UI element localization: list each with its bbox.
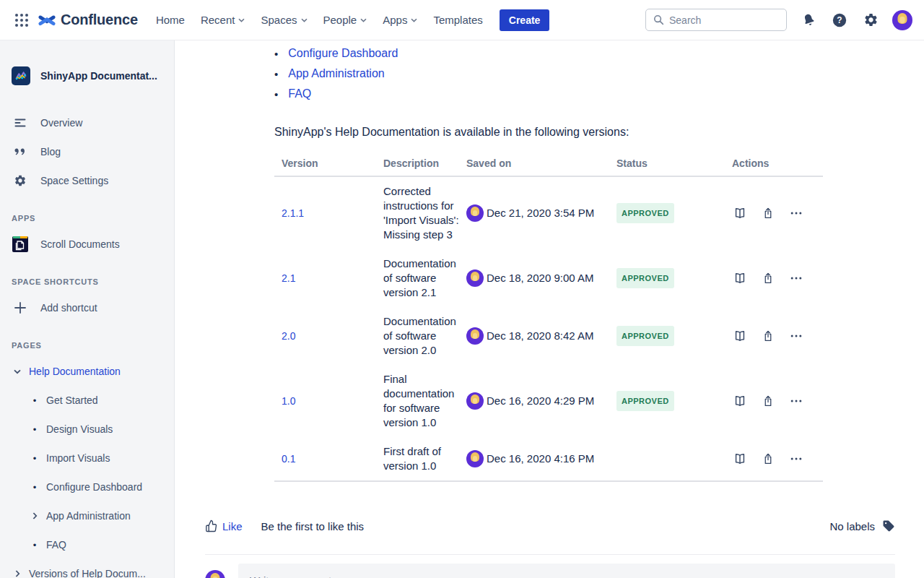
table-row: 2.0 Documentation of software version 2.… — [274, 307, 823, 365]
more-actions-icon[interactable] — [788, 205, 804, 221]
column-header-version: Version — [274, 153, 383, 176]
bullet-icon: • — [29, 540, 40, 551]
like-hint-text: Be the first to like this — [261, 520, 365, 532]
thumbs-up-icon — [205, 519, 218, 532]
chevron-down-icon[interactable] — [12, 369, 23, 374]
chevron-down-icon — [238, 18, 245, 22]
read-book-icon[interactable] — [732, 451, 748, 467]
read-book-icon[interactable] — [732, 393, 748, 409]
read-book-icon[interactable] — [732, 205, 748, 221]
link-configure-dashboard[interactable]: Configure Dashboard — [288, 47, 398, 60]
bullet-icon: • — [274, 48, 278, 60]
sidebar-item-overview[interactable]: Overview — [12, 108, 168, 137]
saver-avatar — [466, 204, 484, 222]
description-cell: Documentation of software version 2.1 — [383, 249, 466, 307]
bullet-icon: • — [29, 395, 40, 406]
space-sidebar: ShinyApp Documentat... Overview Blog — [0, 40, 175, 578]
comment-input[interactable] — [238, 564, 895, 578]
chevron-down-icon — [360, 18, 367, 22]
divider — [205, 554, 895, 555]
sidebar-item-blog[interactable]: Blog — [12, 137, 168, 166]
labels-control[interactable]: No labels — [829, 519, 895, 532]
settings-gear-icon[interactable] — [861, 11, 880, 30]
version-link[interactable]: 0.1 — [282, 453, 295, 465]
sidebar-page-import-visuals[interactable]: • Import Visuals — [29, 444, 168, 473]
space-header[interactable]: ShinyApp Documentat... — [12, 66, 168, 85]
table-row: 2.1.1 Corrected instructions for 'Import… — [274, 176, 823, 249]
blog-quote-icon — [12, 145, 29, 158]
link-app-administration[interactable]: App Administration — [288, 67, 384, 80]
sidebar-page-help-documentation[interactable]: Help Documentation — [12, 357, 168, 386]
search-box[interactable] — [645, 9, 787, 31]
list-item: • Configure Dashboard — [274, 43, 823, 64]
page-toc-list: • Configure Dashboard • App Administrati… — [274, 43, 823, 104]
help-icon[interactable]: ? — [830, 11, 849, 30]
chevron-right-icon[interactable] — [29, 512, 40, 519]
sidebar-page-configure-dashboard[interactable]: • Configure Dashboard — [29, 473, 168, 501]
sidebar-page-design-visuals[interactable]: • Design Visuals — [29, 415, 168, 444]
page-content: • Configure Dashboard • App Administrati… — [175, 40, 924, 578]
chevron-right-icon[interactable] — [12, 570, 23, 577]
chevron-down-icon — [301, 18, 308, 22]
nav-spaces[interactable]: Spaces — [253, 8, 315, 32]
sidebar-page-faq[interactable]: • FAQ — [29, 530, 168, 559]
sidebar-page-app-administration[interactable]: App Administration — [29, 501, 168, 530]
read-book-icon[interactable] — [732, 270, 748, 286]
column-header-saved-on: Saved on — [466, 153, 616, 176]
topbar-right-controls: ? — [645, 9, 912, 31]
version-link[interactable]: 2.1.1 — [282, 207, 304, 219]
sidebar-page-get-started[interactable]: • Get Started — [29, 386, 168, 415]
more-actions-icon[interactable] — [788, 328, 804, 344]
apps-section-label: APPS — [12, 214, 168, 223]
space-logo-icon — [12, 66, 30, 85]
version-link[interactable]: 1.0 — [282, 395, 295, 407]
share-export-icon[interactable] — [760, 270, 776, 286]
search-input[interactable] — [669, 14, 779, 26]
svg-text:?: ? — [837, 15, 842, 25]
help-documentation-children: • Get Started • Design Visuals • Import … — [12, 386, 168, 559]
share-export-icon[interactable] — [760, 451, 776, 467]
sidebar-page-versions-of-help-documentation[interactable]: Versions of Help Docum... — [12, 559, 168, 578]
share-export-icon[interactable] — [760, 328, 776, 344]
notifications-icon[interactable] — [799, 11, 818, 30]
like-button[interactable]: Like — [205, 519, 243, 532]
confluence-logo-icon — [38, 11, 56, 30]
sidebar-item-scroll-documents[interactable]: Scroll Documents — [12, 230, 168, 259]
app-switcher-icon[interactable] — [10, 9, 33, 32]
chevron-down-icon — [411, 18, 417, 22]
version-link[interactable]: 2.0 — [282, 330, 295, 342]
more-actions-icon[interactable] — [788, 393, 804, 409]
more-actions-icon[interactable] — [788, 270, 804, 286]
share-export-icon[interactable] — [760, 205, 776, 221]
column-header-status: Status — [616, 153, 732, 176]
confluence-logo[interactable]: Confluence — [38, 11, 138, 30]
version-link[interactable]: 2.1 — [282, 272, 295, 284]
saved-on-date: Dec 16, 2020 4:29 PM — [487, 394, 594, 408]
description-cell: Corrected instructions for 'Import Visua… — [383, 176, 466, 249]
nav-home[interactable]: Home — [148, 8, 193, 32]
share-export-icon[interactable] — [760, 393, 776, 409]
tag-icon — [882, 519, 895, 532]
pages-section-label: PAGES — [12, 341, 168, 350]
space-name: ShinyApp Documentat... — [40, 70, 157, 82]
add-shortcut-button[interactable]: Add shortcut — [12, 293, 168, 322]
nav-people[interactable]: People — [315, 8, 375, 32]
saved-on-date: Dec 18, 2020 8:42 AM — [487, 329, 593, 343]
description-cell: Final documentation for software version… — [383, 365, 466, 437]
nav-templates[interactable]: Templates — [425, 8, 490, 32]
bullet-icon: • — [274, 68, 278, 80]
nav-apps[interactable]: Apps — [375, 8, 425, 32]
bullet-icon: • — [29, 424, 40, 435]
create-button[interactable]: Create — [500, 9, 550, 31]
list-item: • FAQ — [274, 84, 823, 104]
nav-recent[interactable]: Recent — [193, 8, 253, 32]
status-badge: APPROVED — [616, 326, 674, 346]
labels-text: No labels — [829, 520, 875, 532]
more-actions-icon[interactable] — [788, 451, 804, 467]
shortcuts-section-label: SPACE SHORTCUTS — [12, 277, 168, 286]
plus-icon — [12, 301, 29, 314]
sidebar-item-space-settings[interactable]: Space Settings — [12, 166, 168, 195]
read-book-icon[interactable] — [732, 328, 748, 344]
user-avatar[interactable] — [892, 10, 912, 30]
link-faq[interactable]: FAQ — [288, 87, 311, 100]
